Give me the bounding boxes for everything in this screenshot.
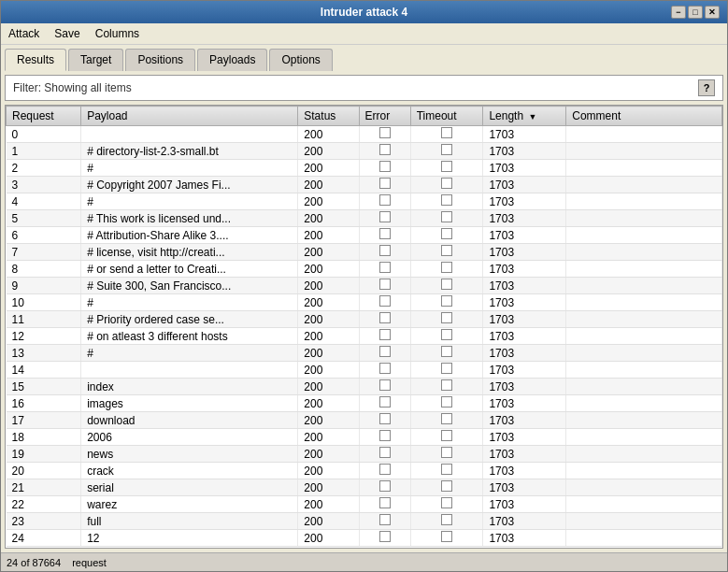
cell-length: 1703 bbox=[483, 160, 566, 177]
table-row[interactable]: 15index2001703 bbox=[7, 379, 722, 395]
cell-timeout bbox=[410, 345, 483, 362]
table-row[interactable]: 4#2001703 bbox=[7, 193, 722, 210]
col-comment[interactable]: Comment bbox=[566, 107, 722, 126]
error-checkbox bbox=[379, 211, 391, 222]
col-status[interactable]: Status bbox=[298, 107, 359, 126]
cell-payload: images bbox=[81, 395, 298, 412]
table-row[interactable]: 23full2001703 bbox=[7, 513, 722, 530]
tab-payloads[interactable]: Payloads bbox=[197, 49, 267, 71]
cell-status: 200 bbox=[298, 496, 359, 513]
table-row[interactable]: 8# or send a letter to Creati...2001703 bbox=[7, 261, 722, 278]
col-length[interactable]: Length ▼ bbox=[483, 107, 566, 126]
table-row[interactable]: 5# This work is licensed und...2001703 bbox=[7, 210, 722, 227]
cell-payload: # Priority ordered case se... bbox=[81, 311, 298, 328]
table-row[interactable]: 9# Suite 300, San Francisco...2001703 bbox=[7, 278, 722, 294]
menu-save[interactable]: Save bbox=[50, 25, 83, 42]
cell-payload: # directory-list-2.3-small.bt bbox=[81, 143, 298, 160]
col-timeout[interactable]: Timeout bbox=[410, 107, 483, 126]
cell-payload: # Suite 300, San Francisco... bbox=[81, 278, 298, 294]
cell-request: 11 bbox=[7, 311, 81, 328]
error-checkbox bbox=[379, 447, 391, 458]
cell-error bbox=[359, 412, 410, 429]
cell-length: 1703 bbox=[483, 345, 566, 362]
cell-error bbox=[359, 395, 410, 412]
cell-comment bbox=[566, 177, 722, 193]
close-button[interactable]: ✕ bbox=[705, 6, 720, 19]
cell-status: 200 bbox=[298, 126, 359, 143]
status-request-label: request bbox=[72, 557, 107, 568]
cell-request: 22 bbox=[7, 496, 81, 513]
cell-request: 3 bbox=[7, 177, 81, 193]
cell-comment bbox=[566, 412, 722, 429]
cell-timeout bbox=[410, 311, 483, 328]
table-row[interactable]: 16images2001703 bbox=[7, 395, 722, 412]
table-row[interactable]: 6# Attribution-Share Alike 3....2001703 bbox=[7, 227, 722, 244]
cell-payload: 2006 bbox=[81, 429, 298, 446]
cell-request: 13 bbox=[7, 345, 81, 362]
tab-options[interactable]: Options bbox=[269, 49, 332, 71]
timeout-checkbox bbox=[441, 144, 452, 155]
error-checkbox bbox=[379, 127, 391, 138]
error-checkbox bbox=[379, 194, 391, 206]
cell-status: 200 bbox=[298, 345, 359, 362]
cell-request: 9 bbox=[7, 278, 81, 294]
col-payload[interactable]: Payload bbox=[81, 107, 298, 126]
table-row[interactable]: 13#2001703 bbox=[7, 345, 722, 362]
col-error[interactable]: Error bbox=[359, 107, 410, 126]
cell-request: 1 bbox=[7, 143, 81, 160]
table-row[interactable]: 19news2001703 bbox=[7, 446, 722, 463]
table-row[interactable]: 1820062001703 bbox=[7, 429, 722, 446]
table-row[interactable]: 2#2001703 bbox=[7, 160, 722, 177]
cell-request: 19 bbox=[7, 446, 81, 463]
table-row[interactable]: 7# license, visit http://creati...200170… bbox=[7, 244, 722, 261]
cell-payload: warez bbox=[81, 496, 298, 513]
help-button[interactable]: ? bbox=[698, 79, 715, 96]
cell-length: 1703 bbox=[483, 261, 566, 278]
cell-comment bbox=[566, 496, 722, 513]
timeout-checkbox bbox=[441, 430, 452, 441]
error-checkbox bbox=[379, 464, 391, 475]
col-request[interactable]: Request bbox=[7, 107, 81, 126]
table-row[interactable]: 17download2001703 bbox=[7, 412, 722, 429]
cell-payload: # Copyright 2007 James Fi... bbox=[81, 177, 298, 193]
cell-request: 4 bbox=[7, 193, 81, 210]
error-checkbox bbox=[379, 312, 391, 323]
cell-timeout bbox=[410, 261, 483, 278]
cell-timeout bbox=[410, 446, 483, 463]
cell-timeout bbox=[410, 395, 483, 412]
cell-request: 17 bbox=[7, 412, 81, 429]
cell-payload: # This work is licensed und... bbox=[81, 210, 298, 227]
table-row[interactable]: 20crack2001703 bbox=[7, 463, 722, 479]
error-checkbox bbox=[379, 329, 391, 340]
table-row[interactable]: 142001703 bbox=[7, 362, 722, 379]
table-row[interactable]: 3# Copyright 2007 James Fi...2001703 bbox=[7, 177, 722, 193]
table-row[interactable]: 22warez2001703 bbox=[7, 496, 722, 513]
tab-target[interactable]: Target bbox=[68, 49, 123, 71]
cell-status: 200 bbox=[298, 294, 359, 311]
table-row[interactable]: 21serial2001703 bbox=[7, 479, 722, 496]
cell-error bbox=[359, 126, 410, 143]
results-table-container[interactable]: Request Payload Status Error Timeout Len… bbox=[5, 105, 723, 549]
cell-request: 6 bbox=[7, 227, 81, 244]
cell-comment bbox=[566, 446, 722, 463]
menu-attack[interactable]: Attack bbox=[5, 25, 43, 42]
table-row[interactable]: 02001703 bbox=[7, 126, 722, 143]
timeout-checkbox bbox=[441, 228, 452, 239]
cell-error bbox=[359, 160, 410, 177]
error-checkbox bbox=[379, 262, 391, 273]
table-row[interactable]: 11# Priority ordered case se...2001703 bbox=[7, 311, 722, 328]
table-row[interactable]: 12# on atleast 3 different hosts2001703 bbox=[7, 328, 722, 345]
table-row[interactable]: 10#2001703 bbox=[7, 294, 722, 311]
maximize-button[interactable]: □ bbox=[688, 6, 703, 19]
cell-timeout bbox=[410, 496, 483, 513]
tab-positions[interactable]: Positions bbox=[125, 49, 195, 71]
minimize-button[interactable]: − bbox=[671, 6, 686, 19]
window-controls: − □ ✕ bbox=[671, 6, 720, 19]
table-row[interactable]: 1# directory-list-2.3-small.bt2001703 bbox=[7, 143, 722, 160]
cell-payload: 12 bbox=[81, 530, 298, 547]
menu-columns[interactable]: Columns bbox=[92, 25, 143, 42]
table-row[interactable]: 24122001703 bbox=[7, 530, 722, 547]
cell-timeout bbox=[410, 278, 483, 294]
cell-status: 200 bbox=[298, 278, 359, 294]
tab-results[interactable]: Results bbox=[5, 49, 66, 71]
